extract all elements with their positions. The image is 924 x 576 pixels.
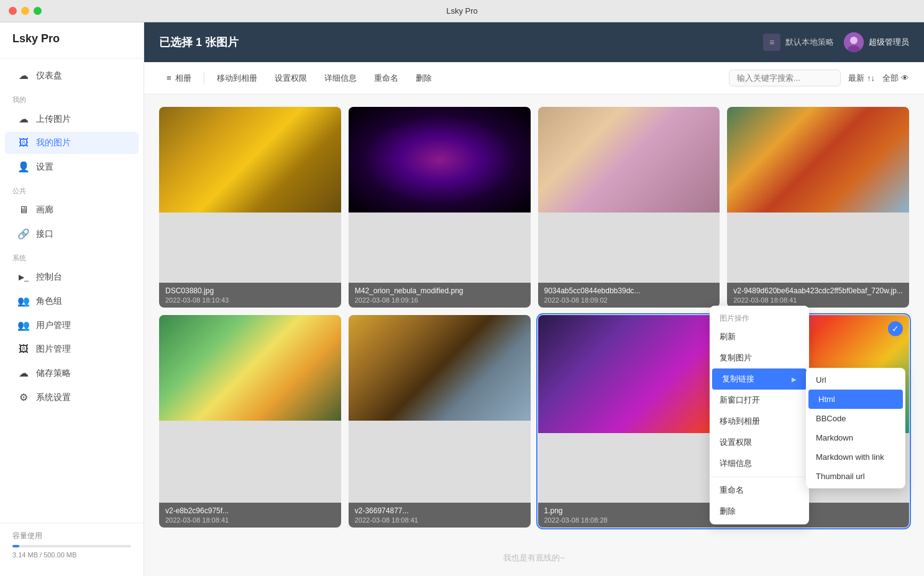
sidebar-item-upload[interactable]: ☁ 上传图片	[5, 107, 139, 130]
sidebar-item-settings[interactable]: 👤 设置	[5, 155, 139, 178]
image-card[interactable]: v2-366974877... 2022-03-08 18:08:41	[349, 315, 531, 528]
submenu-arrow-icon: ▶	[792, 376, 797, 383]
image-date: 2022-03-08 18:10:43	[165, 296, 335, 304]
context-menu-rename[interactable]: 重命名	[710, 480, 809, 501]
strategy-icon: ≡	[763, 34, 780, 51]
sidebar-item-label: 图片管理	[36, 344, 71, 355]
image-name: v2-366974877...	[355, 506, 524, 515]
sidebar-item-label: 角色组	[36, 296, 62, 307]
sidebar-item-dashboard[interactable]: ☁ 仪表盘	[5, 64, 139, 87]
sidebar-item-console[interactable]: ▶_ 控制台	[5, 266, 139, 288]
submenu-markdown[interactable]: Markdown	[806, 428, 905, 447]
submenu: Url Html BBCode Markdown Markdown with l…	[806, 368, 905, 488]
sort-button[interactable]: 最新 ↑↓	[848, 73, 875, 84]
delete-button[interactable]: 删除	[408, 69, 439, 88]
image-card[interactable]: DSC03880.jpg 2022-03-08 18:10:43	[159, 107, 341, 308]
strategy-selector[interactable]: ≡ 默认本地策略	[763, 34, 834, 51]
minimize-button[interactable]	[21, 7, 29, 15]
storage-text: 3.14 MB / 500.00 MB	[12, 551, 131, 559]
submenu-markdown-link[interactable]: Markdown with link	[806, 447, 905, 467]
sidebar-item-gallery[interactable]: 🖥 画廊	[5, 199, 139, 221]
admin-label: 超级管理员	[869, 37, 909, 48]
sidebar-item-label: 用户管理	[36, 320, 71, 331]
my-images-icon: 🖼	[17, 137, 30, 149]
sidebar: Lsky Pro ☁ 仪表盘 我的 ☁ 上传图片 🖼 我的图片 👤 设置 公共 …	[0, 22, 144, 576]
maximize-button[interactable]	[34, 7, 42, 15]
album-button[interactable]: ≡ 相册	[159, 69, 199, 88]
image-name: v2-e8b2c96c975f...	[165, 506, 335, 515]
sidebar-item-label: 系统设置	[36, 392, 71, 403]
gallery-icon: 🖥	[17, 204, 30, 216]
submenu-url[interactable]: Url	[806, 370, 905, 390]
image-card[interactable]: 9034ab5cc0844ebdbb39dc... 2022-03-08 18:…	[538, 107, 720, 308]
image-date: 2022-03-08 18:08:41	[733, 296, 903, 304]
storage-bar-fill	[12, 545, 19, 547]
image-info: DSC03880.jpg 2022-03-08 18:10:43	[159, 283, 341, 308]
image-card[interactable]: M42_orion_nebula_modified.png 2022-03-08…	[349, 107, 531, 308]
context-menu-header: 图片操作	[710, 308, 809, 326]
sort-icon: ↑↓	[867, 73, 875, 83]
storage-icon: ☁	[17, 367, 30, 379]
api-icon: 🔗	[17, 228, 30, 240]
roles-icon: 👥	[17, 295, 30, 307]
sidebar-item-roles[interactable]: 👥 角色组	[5, 290, 139, 313]
avatar	[844, 32, 864, 52]
image-thumbnail	[727, 107, 909, 213]
sidebar-bottom: 容量使用 3.14 MB / 500.00 MB	[0, 523, 144, 566]
move-to-album-button[interactable]: 移动到相册	[209, 69, 265, 88]
images-mgmt-icon: 🖼	[17, 344, 30, 355]
context-menu-set-perms[interactable]: 设置权限	[710, 432, 809, 453]
section-label-public: 公共	[0, 179, 144, 198]
admin-info[interactable]: 超级管理员	[844, 32, 909, 52]
toolbar-right: 最新 ↑↓ 全部 👁	[729, 70, 909, 86]
image-name: DSC03880.jpg	[165, 286, 335, 295]
window-controls	[9, 7, 42, 15]
toolbar-separator	[204, 72, 204, 85]
set-permissions-button[interactable]: 设置权限	[267, 69, 314, 88]
close-button[interactable]	[9, 7, 17, 15]
image-date: 2022-03-08 18:08:41	[355, 516, 524, 524]
image-date: 2022-03-08 18:09:02	[544, 296, 714, 304]
titlebar: Lsky Pro	[0, 0, 924, 22]
sidebar-item-label: 控制台	[36, 272, 62, 283]
context-menu-copy-image[interactable]: 复制图片	[710, 347, 809, 368]
submenu-bbcode[interactable]: BBCode	[806, 409, 905, 428]
image-date: 2022-03-08 18:08:41	[165, 516, 335, 524]
context-menu-move-album[interactable]: 移动到相册	[710, 411, 809, 432]
info-button[interactable]: 详细信息	[317, 69, 364, 88]
all-label: 全部	[882, 73, 899, 84]
submenu-thumbnail-url[interactable]: Thumbnail url	[806, 467, 905, 486]
image-info: M42_orion_nebula_modified.png 2022-03-08…	[349, 283, 531, 308]
sidebar-item-label: 接口	[36, 229, 53, 240]
context-menu-copy-link[interactable]: 复制链接 ▶	[712, 368, 807, 390]
delete-label: 删除	[416, 73, 432, 84]
image-card[interactable]: v2-e8b2c96c975f... 2022-03-08 18:08:41	[159, 315, 341, 528]
content: DSC03880.jpg 2022-03-08 18:10:43 M42_ori…	[144, 94, 924, 576]
submenu-html[interactable]: Html	[808, 390, 903, 409]
context-menu-open-new[interactable]: 新窗口打开	[710, 390, 809, 411]
image-thumbnail	[349, 315, 531, 421]
sidebar-item-api[interactable]: 🔗 接口	[5, 222, 139, 245]
users-icon: 👥	[17, 319, 30, 331]
sidebar-item-users[interactable]: 👥 用户管理	[5, 314, 139, 337]
context-menu-refresh[interactable]: 刷新	[710, 326, 809, 347]
context-menu-divider	[710, 477, 809, 477]
svg-point-1	[850, 37, 858, 44]
rename-button[interactable]: 重命名	[367, 69, 406, 88]
context-menu-delete[interactable]: 删除	[710, 501, 809, 522]
section-label-system: 系统	[0, 246, 144, 265]
all-button[interactable]: 全部 👁	[882, 73, 909, 84]
album-icon: ≡	[167, 73, 172, 83]
sidebar-item-sys-settings[interactable]: ⚙ 系统设置	[5, 386, 139, 409]
selected-badge: ✓	[888, 321, 903, 336]
move-label: 移动到相册	[217, 73, 257, 84]
context-menu-detail[interactable]: 详细信息	[710, 453, 809, 474]
sidebar-item-storage[interactable]: ☁ 储存策略	[5, 362, 139, 385]
sidebar-item-label: 仪表盘	[36, 70, 62, 81]
main-area: 已选择 1 张图片 ≡ 默认本地策略	[144, 22, 924, 576]
sidebar-item-my-images[interactable]: 🖼 我的图片	[5, 132, 139, 154]
settings-user-icon: 👤	[17, 161, 30, 173]
sidebar-item-images-mgmt[interactable]: 🖼 图片管理	[5, 338, 139, 360]
search-input[interactable]	[729, 70, 841, 86]
image-card[interactable]: v2-9489d620be64aab423cdc2ff5bf0ebaf_720w…	[727, 107, 909, 308]
